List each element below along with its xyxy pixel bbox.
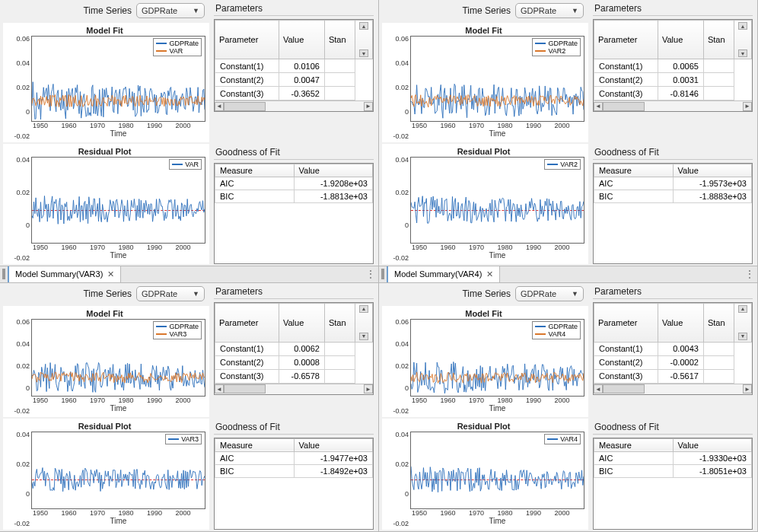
model-fit-plot[interactable]: Model Fit0.060.040.020-0.02GDPRateVAR219… [382, 23, 588, 142]
legend-item[interactable]: VAR4 [547, 435, 578, 443]
plot-area[interactable]: VAR [31, 157, 205, 243]
plot-area[interactable]: VAR3 [31, 432, 205, 509]
table-row[interactable]: Constant(1)0.0062 [215, 342, 373, 355]
table-row[interactable]: Constant(2)-0.0002 [594, 355, 752, 369]
parameters-table[interactable]: ParameterValueStan▲▼Constant(1)0.0106Con… [214, 19, 374, 112]
table-header[interactable]: Value [658, 21, 703, 59]
gof-table[interactable]: MeasureValueAIC-1.9330e+03BIC-1.8051e+03 [593, 438, 753, 530]
kebab-menu-icon[interactable]: ⋮ [363, 266, 378, 282]
close-icon[interactable]: ✕ [486, 269, 493, 279]
table-header[interactable]: Measure [215, 164, 295, 177]
timeseries-dropdown[interactable]: GDPRate▼ [515, 286, 584, 301]
table-row[interactable]: Constant(1)0.0065 [594, 59, 752, 73]
table-row[interactable]: Constant(2)0.0031 [594, 73, 752, 87]
drag-handle-icon[interactable] [0, 266, 8, 282]
panel-tab[interactable]: Model Summary(VAR4)✕ [387, 266, 500, 282]
legend-item[interactable]: GDPRate [156, 323, 199, 330]
table-header[interactable]: Value [279, 303, 324, 342]
table-row[interactable]: BIC-1.8051e+03 [594, 464, 752, 477]
vertical-scrollbar[interactable]: ▲▼ [355, 303, 373, 342]
legend-item[interactable]: VAR2 [547, 161, 578, 168]
plot-area[interactable]: GDPRateVAR4 [410, 319, 584, 397]
plot-legend[interactable]: GDPRateVAR3 [153, 321, 202, 339]
legend-item[interactable]: VAR4 [535, 330, 578, 338]
timeseries-dropdown[interactable]: GDPRate▼ [136, 286, 205, 301]
table-row[interactable]: BIC-1.8883e+03 [594, 190, 752, 203]
legend-item[interactable]: VAR3 [168, 435, 199, 443]
horizontal-scrollbar[interactable]: ◄► [215, 384, 373, 394]
horizontal-scrollbar[interactable]: ◄► [215, 100, 373, 111]
close-icon[interactable]: ✕ [107, 269, 114, 279]
table-header[interactable]: Value [294, 164, 373, 177]
residual-plot[interactable]: Residual Plot0.040.020-0.02VAR2195019601… [382, 144, 588, 263]
table-row[interactable]: AIC-1.9573e+03 [594, 177, 752, 190]
plot-legend[interactable]: GDPRateVAR4 [532, 321, 581, 339]
legend-item[interactable]: VAR [156, 47, 199, 55]
table-row[interactable]: AIC-1.9330e+03 [594, 451, 752, 464]
table-row[interactable]: Constant(2)0.0008 [215, 355, 373, 369]
drag-handle-icon[interactable] [379, 266, 387, 282]
vertical-scrollbar[interactable]: ▲▼ [355, 21, 373, 59]
plot-legend[interactable]: GDPRateVAR2 [532, 38, 581, 56]
legend-item[interactable]: GDPRate [535, 323, 578, 330]
vertical-scrollbar[interactable]: ▲▼ [734, 303, 752, 342]
legend-item[interactable]: GDPRate [535, 40, 578, 47]
vertical-scrollbar[interactable]: ▲▼ [734, 21, 752, 59]
residual-plot[interactable]: Residual Plot0.040.020-0.02VAR1950196019… [3, 144, 209, 263]
table-header[interactable]: Value [279, 21, 324, 59]
table-row[interactable]: Constant(3)-0.6578 [215, 369, 373, 383]
table-header[interactable]: Value [294, 438, 373, 451]
plot-area[interactable]: VAR2 [410, 157, 584, 243]
model-fit-plot[interactable]: Model Fit0.060.040.020-0.02GDPRateVAR419… [382, 306, 588, 417]
table-row[interactable]: AIC-1.9208e+03 [215, 177, 373, 190]
table-row[interactable]: Constant(3)-0.8146 [594, 87, 752, 100]
plot-area[interactable]: VAR4 [410, 432, 584, 509]
gof-table[interactable]: MeasureValueAIC-1.9477e+03BIC-1.8492e+03 [214, 438, 374, 530]
legend-item[interactable]: VAR [172, 161, 199, 168]
plot-legend[interactable]: VAR [169, 159, 202, 170]
panel-tab[interactable]: Model Summary(VAR3)✕ [8, 266, 121, 282]
plot-legend[interactable]: GDPRateVAR [153, 38, 202, 56]
table-row[interactable]: BIC-1.8813e+03 [215, 190, 373, 203]
table-row[interactable]: Constant(3)-0.5617 [594, 369, 752, 383]
table-header[interactable]: Stan [703, 21, 734, 59]
table-row[interactable]: AIC-1.9477e+03 [215, 451, 373, 464]
plot-area[interactable]: GDPRateVAR [31, 36, 205, 122]
legend-item[interactable]: VAR3 [156, 330, 199, 338]
table-header[interactable]: Measure [594, 164, 674, 177]
table-header[interactable]: Value [658, 303, 703, 342]
table-row[interactable]: BIC-1.8492e+03 [215, 464, 373, 477]
plot-area[interactable]: GDPRateVAR2 [410, 36, 584, 122]
plot-legend[interactable]: VAR4 [544, 434, 581, 444]
model-fit-plot[interactable]: Model Fit0.060.040.020-0.02GDPRateVAR319… [3, 306, 209, 417]
residual-plot[interactable]: Residual Plot0.040.020-0.02VAR3195019601… [3, 419, 209, 530]
table-header[interactable]: Measure [215, 438, 295, 451]
timeseries-dropdown[interactable]: GDPRate▼ [136, 3, 205, 18]
kebab-menu-icon[interactable]: ⋮ [742, 266, 757, 282]
table-row[interactable]: Constant(2)0.0047 [215, 73, 373, 87]
legend-item[interactable]: GDPRate [156, 40, 199, 47]
plot-legend[interactable]: VAR2 [544, 159, 581, 170]
gof-table[interactable]: MeasureValueAIC-1.9208e+03BIC-1.8813e+03 [214, 163, 374, 263]
table-header[interactable]: Parameter [594, 21, 658, 59]
table-header[interactable]: Value [673, 164, 752, 177]
timeseries-dropdown[interactable]: GDPRate▼ [515, 3, 584, 18]
table-row[interactable]: Constant(3)-0.3652 [215, 87, 373, 100]
parameters-table[interactable]: ParameterValueStan▲▼Constant(1)0.0062Con… [214, 302, 374, 395]
plot-legend[interactable]: VAR3 [165, 434, 202, 444]
horizontal-scrollbar[interactable]: ◄► [594, 100, 752, 111]
table-header[interactable]: Stan [703, 303, 734, 342]
plot-area[interactable]: GDPRateVAR3 [31, 319, 205, 397]
table-row[interactable]: Constant(1)0.0043 [594, 342, 752, 355]
table-header[interactable]: Parameter [215, 303, 279, 342]
table-header[interactable]: Value [673, 438, 752, 451]
legend-item[interactable]: VAR2 [535, 47, 578, 55]
parameters-table[interactable]: ParameterValueStan▲▼Constant(1)0.0043Con… [593, 302, 753, 395]
table-header[interactable]: Stan [324, 303, 355, 342]
table-header[interactable]: Parameter [215, 21, 279, 59]
table-header[interactable]: Measure [594, 438, 674, 451]
gof-table[interactable]: MeasureValueAIC-1.9573e+03BIC-1.8883e+03 [593, 163, 753, 263]
model-fit-plot[interactable]: Model Fit0.060.040.020-0.02GDPRateVAR195… [3, 23, 209, 142]
table-row[interactable]: Constant(1)0.0106 [215, 59, 373, 73]
table-header[interactable]: Parameter [594, 303, 658, 342]
